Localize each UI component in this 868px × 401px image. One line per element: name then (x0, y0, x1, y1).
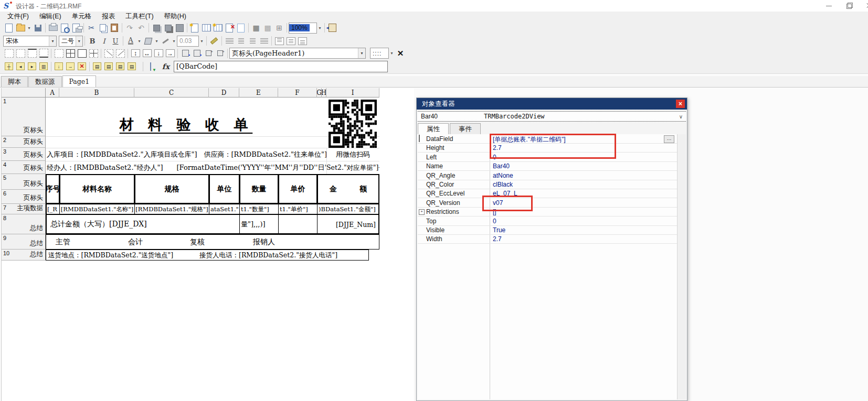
row-band-4-icon[interactable]: ▤ (126, 61, 137, 72)
row-header-10[interactable]: 10总结 (2, 250, 46, 261)
row9-signature-cell[interactable]: 主管 会计 复核 报销人 (46, 234, 379, 250)
menu-edit[interactable]: 编辑(E) (34, 12, 67, 21)
diagonal-up-icon[interactable] (114, 48, 126, 59)
align-justify-icon[interactable] (258, 36, 270, 46)
open-file-icon[interactable] (15, 23, 26, 33)
property-value[interactable]: Bar40 (493, 162, 510, 170)
insert-row-icon[interactable]: ↓ (53, 61, 65, 72)
fit-height-icon[interactable]: ↓ (153, 48, 164, 59)
border-bottom-icon[interactable] (38, 48, 49, 59)
tab-datasource[interactable]: 数据源 (28, 76, 62, 87)
sheet-corner-cell[interactable] (2, 88, 46, 97)
split-window-icon[interactable]: ⊞ (273, 23, 285, 33)
line-color-dropdown-icon[interactable]: ▾ (171, 36, 177, 46)
merge-right-icon[interactable]: ▸ (26, 61, 38, 72)
exit-icon[interactable] (326, 23, 338, 33)
print-icon[interactable] (47, 23, 59, 33)
align-center-icon[interactable] (235, 36, 247, 46)
column-header-I[interactable]: I (326, 88, 379, 97)
header-seq-cell[interactable]: 序号 (46, 174, 60, 204)
column-header-D[interactable]: D (209, 88, 239, 97)
border-dotted-icon[interactable] (53, 48, 65, 59)
row8-amount-cell[interactable]: [DJJE_Num] (317, 214, 379, 234)
font-name-select[interactable]: 宋体▾ (3, 36, 57, 47)
property-row-name[interactable]: NameBar40 (418, 161, 679, 171)
font-color-button[interactable]: A (125, 36, 136, 46)
menu-report[interactable]: 报表 (97, 12, 120, 21)
send-back-icon[interactable] (162, 23, 174, 33)
property-row-qr_ecclevel[interactable]: QR_EccLeveleL_07_L (418, 189, 679, 198)
property-value[interactable]: clBlack (493, 181, 513, 188)
property-value[interactable]: 2.7 (493, 235, 502, 243)
column-header-G[interactable]: G (317, 88, 322, 97)
save-icon[interactable] (32, 23, 44, 33)
row7-amount-cell[interactable]: )BDataSet1."金额"] (317, 204, 379, 214)
row-band-3-icon[interactable]: ▤ (114, 61, 126, 72)
delete-cell-icon[interactable]: ✕ (76, 61, 88, 72)
valign-top-icon[interactable] (273, 36, 285, 46)
print-preview-icon[interactable] (59, 23, 70, 33)
close-button[interactable] (860, 0, 868, 12)
col-width-icon[interactable]: ↔ (141, 48, 153, 59)
cut-icon[interactable]: ✂ (86, 23, 97, 33)
object-selector-arrow-icon[interactable]: ∨ (679, 114, 683, 120)
property-row-top[interactable]: Top0 (418, 216, 679, 226)
column-header-C[interactable]: C (134, 88, 209, 97)
row7-price-cell[interactable]: t1."单价"] (278, 204, 317, 214)
merge-left-icon[interactable]: ◂ (15, 61, 26, 72)
restore-button[interactable] (840, 0, 858, 12)
tab-events[interactable]: 事件 (450, 123, 481, 134)
undo-icon[interactable]: ↶ (135, 23, 147, 33)
menu-cell[interactable]: 单元格 (67, 12, 97, 21)
property-row-datafield[interactable]: DataField[单据总账表."单据二维码"]… (418, 134, 679, 144)
property-row-restrictions[interactable]: +Restrictions[] (418, 207, 679, 216)
header-amount-cell[interactable]: 金 额 (317, 174, 379, 204)
row-header-9[interactable]: 9总结 (2, 234, 46, 250)
merge-cells-icon[interactable]: ▥ (38, 61, 49, 72)
row-header-7[interactable]: 7主项数据 (2, 204, 46, 214)
property-row-left[interactable]: Left0 (418, 153, 679, 162)
column-header-H[interactable]: H (322, 88, 326, 97)
bring-front-icon[interactable] (151, 23, 162, 33)
font-color-dropdown-icon[interactable]: ▾ (136, 36, 142, 46)
border-outer-icon[interactable] (15, 48, 26, 59)
border-none-icon[interactable] (3, 48, 15, 59)
header-price-cell[interactable]: 单价 (278, 174, 317, 204)
property-value[interactable]: 2.7 (493, 144, 502, 151)
fill-color-dropdown-icon[interactable]: ▾ (154, 36, 160, 46)
open-dropdown-icon[interactable]: ▾ (26, 23, 32, 32)
bold-button[interactable]: B (87, 36, 98, 46)
property-value[interactable]: eL_07_L (493, 190, 517, 197)
row8-empty-cell[interactable] (278, 214, 317, 234)
italic-button[interactable]: I (98, 36, 110, 46)
column-header-B[interactable]: B (59, 88, 134, 97)
property-row-height[interactable]: Height2.7 (418, 143, 679, 153)
row-header-4[interactable]: 4页标头 (2, 161, 46, 174)
property-value[interactable]: atNone (493, 172, 513, 179)
property-value[interactable]: [] (493, 208, 496, 215)
new-report-icon[interactable]: ✱ (189, 23, 200, 33)
header-spec-cell[interactable]: 规格 (134, 174, 209, 204)
property-row-qr_version[interactable]: QR_Versionv07 (418, 198, 679, 208)
row-height-icon[interactable]: ↕ (130, 48, 141, 59)
row-header-5[interactable]: 5页标头 (2, 174, 46, 190)
row7-seq-cell[interactable]: [_R (46, 204, 60, 214)
row-band-2-icon[interactable]: ▤ (103, 61, 114, 72)
line-width-dropdown-icon[interactable]: ▾ (199, 36, 205, 46)
border-top-icon[interactable] (26, 48, 38, 59)
band-down-icon[interactable]: + (214, 48, 226, 59)
row7-name-cell[interactable]: [RMDBDataSet1."名称"] (59, 204, 135, 214)
line-width-select[interactable]: 0.03 (177, 36, 199, 47)
row7-qty-cell[interactable]: t1."数量"] (239, 204, 279, 214)
delete-report-icon[interactable]: ✕ (224, 23, 235, 33)
row-header-2[interactable]: 2页标头 (2, 136, 46, 148)
border-box-icon[interactable] (76, 48, 88, 59)
row3-expression-cell[interactable]: 入库项目：[RMDBDataSet2."入库项目或仓库"] 供应商：[RMDBD… (47, 148, 326, 161)
minimize-button[interactable] (820, 0, 838, 12)
property-value[interactable]: True (493, 226, 505, 234)
show-grid-icon[interactable]: ▦ (250, 23, 262, 33)
row8-qty-cell[interactable]: 量"],,,)] (239, 214, 279, 234)
insert-col-icon[interactable]: → (65, 61, 76, 72)
menu-file[interactable]: 文件(F) (2, 12, 34, 21)
row10-address-cell[interactable]: 送货地点：[RMDBDataSet2."送货地点"] 接货人电话：[RMDBDa… (46, 250, 369, 261)
